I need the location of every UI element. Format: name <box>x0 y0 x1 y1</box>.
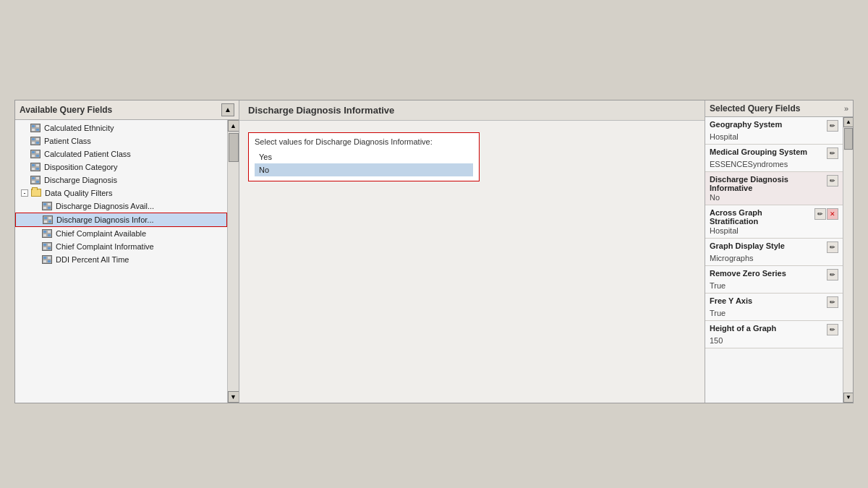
qf-header-free-y-axis: Free Y Axis ✏ <box>710 296 838 308</box>
grid-icon-calculated-ethnicity <box>30 123 41 133</box>
qf-edit-dd-informative[interactable]: ✏ <box>827 175 838 187</box>
tree-item-label-dd-avail: Discharge Diagnosis Avail... <box>56 202 154 210</box>
tree-item-label-calculated-ethnicity: Calculated Ethnicity <box>44 124 114 132</box>
qf-value-geography: Hospital <box>710 132 838 141</box>
right-panel-header: Selected Query Fields » <box>705 100 853 117</box>
grid-icon-dd-infor <box>42 215 54 225</box>
tree-item-data-quality-filters[interactable]: - Data Quality Filters <box>15 187 227 200</box>
qf-value-remove-zero: True <box>710 281 838 290</box>
qf-name-medical: Medical Grouping System <box>710 147 824 156</box>
scrollbar-down-arrow[interactable]: ▼ <box>228 391 239 403</box>
query-field-medical-grouping: Medical Grouping System ✏ ESSENCESyndrom… <box>705 145 843 172</box>
tree-item-label-cc-infor: Chief Complaint Informative <box>56 242 154 251</box>
right-scrollbar-track <box>843 150 853 393</box>
left-panel-scrollbar: ▲ ▼ <box>227 120 239 403</box>
right-panel-title: Selected Query Fields <box>710 103 800 114</box>
qf-name-graph-display: Graph Display Style <box>710 241 824 250</box>
qf-actions-geography: ✏ <box>827 120 838 132</box>
tree-item-dd-avail[interactable]: Discharge Diagnosis Avail... <box>15 200 227 213</box>
scrollbar-up-arrow[interactable]: ▲ <box>228 120 239 132</box>
qf-actions-across-graph: ✏ ✕ <box>814 208 838 220</box>
qf-name-free-y-axis: Free Y Axis <box>710 296 824 305</box>
qf-edit-remove-zero[interactable]: ✏ <box>827 269 838 281</box>
tree-item-label-disposition: Disposition Category <box>44 163 118 171</box>
qf-value-free-y-axis: True <box>710 309 838 317</box>
tree-item-calculated-ethnicity[interactable]: Calculated Ethnicity <box>15 121 227 134</box>
qf-actions-dd-informative: ✏ <box>827 175 838 187</box>
right-panel-collapse-btn[interactable]: » <box>844 104 848 113</box>
right-panel-content: Geography System ✏ Hospital Medical Grou… <box>705 117 853 403</box>
qf-value-graph-display: Micrographs <box>710 254 838 262</box>
qf-edit-height-graph[interactable]: ✏ <box>827 324 838 335</box>
qf-actions-height-graph: ✏ <box>827 324 838 335</box>
scrollbar-thumb[interactable] <box>229 133 239 162</box>
qf-edit-geography[interactable]: ✏ <box>827 120 838 132</box>
expand-data-quality-filters[interactable]: - <box>21 189 28 197</box>
right-scrollbar-down[interactable]: ▼ <box>843 393 853 403</box>
left-panel-body: Calculated Ethnicity Patient Class Calcu… <box>15 120 239 403</box>
qf-name-across-graph: Across Graph Stratification <box>710 208 812 226</box>
main-container: Available Query Fields ▲ Calculated Ethn… <box>14 100 854 403</box>
folder-icon-data-quality <box>30 188 42 198</box>
qf-actions-graph-display: ✏ <box>827 241 838 253</box>
qf-header-across-graph: Across Graph Stratification ✏ ✕ <box>710 208 838 226</box>
qf-actions-remove-zero: ✏ <box>827 269 838 281</box>
grid-icon-ddi-percent <box>41 254 53 265</box>
left-panel-collapse-btn[interactable]: ▲ <box>221 103 234 116</box>
qf-actions-free-y-axis: ✏ <box>827 296 838 308</box>
grid-icon-discharge-diag <box>30 175 41 185</box>
tree-item-cc-avail[interactable]: Chief Complaint Available <box>15 227 227 240</box>
grid-icon-calc-patient-class <box>30 149 41 159</box>
qf-value-across-graph: Hospital <box>710 226 838 235</box>
tree-item-label-cc-avail: Chief Complaint Available <box>56 229 146 238</box>
tree-item-cc-infor[interactable]: Chief Complaint Informative <box>15 240 227 253</box>
left-panel-title: Available Query Fields <box>20 105 112 115</box>
grid-icon-disposition <box>30 162 41 172</box>
tree-item-label-data-quality: Data Quality Filters <box>45 189 113 197</box>
right-scrollbar-thumb[interactable] <box>844 128 853 150</box>
tree-item-patient-class[interactable]: Patient Class <box>15 134 227 147</box>
qf-edit-across-graph[interactable]: ✏ <box>814 208 826 220</box>
select-option-yes[interactable]: Yes <box>255 150 473 163</box>
qf-header-dd-informative: Discharge Diagnosis Informative ✏ <box>710 175 838 192</box>
query-field-across-graph: Across Graph Stratification ✏ ✕ Hospital <box>705 205 843 239</box>
left-panel-header: Available Query Fields ▲ <box>15 100 239 120</box>
qf-name-geography: Geography System <box>710 120 824 129</box>
tree-item-label-dd-infor: Discharge Diagnosis Infor... <box>56 215 154 224</box>
right-panel-scrollbar: ▲ ▼ <box>843 117 853 403</box>
qf-actions-medical: ✏ <box>827 147 838 159</box>
right-panel: Selected Query Fields » Geography System… <box>705 100 853 403</box>
select-option-no[interactable]: No <box>255 163 473 176</box>
query-field-height-graph: Height of a Graph ✏ 150 <box>705 321 843 348</box>
query-field-dd-informative: Discharge Diagnosis Informative ✏ No <box>705 172 843 205</box>
center-header: Discharge Diagnosis Informative <box>239 100 705 121</box>
qf-name-dd-informative: Discharge Diagnosis Informative <box>710 175 824 192</box>
right-scrollbar-up[interactable]: ▲ <box>843 117 853 127</box>
grid-icon-cc-infor <box>41 241 53 252</box>
query-field-graph-display: Graph Display Style ✏ Micrographs <box>705 239 843 266</box>
select-label: Select values for Discharge Diagnosis In… <box>255 137 473 146</box>
qf-edit-graph-display[interactable]: ✏ <box>827 241 838 253</box>
qf-header-graph-display: Graph Display Style ✏ <box>710 241 838 253</box>
right-panel-items: Geography System ✏ Hospital Medical Grou… <box>705 117 843 403</box>
tree-item-label-ddi-percent: DDI Percent All Time <box>56 255 129 264</box>
tree-item-label-patient-class: Patient Class <box>44 137 91 145</box>
query-field-remove-zero: Remove Zero Series ✏ True <box>705 266 843 294</box>
qf-edit-medical[interactable]: ✏ <box>827 147 838 159</box>
center-panel: Discharge Diagnosis Informative Select v… <box>239 100 705 403</box>
qf-name-height-graph: Height of a Graph <box>710 324 824 333</box>
qf-header-geography: Geography System ✏ <box>710 120 838 132</box>
qf-edit-free-y-axis[interactable]: ✏ <box>827 296 838 308</box>
qf-header-height-graph: Height of a Graph ✏ <box>710 324 838 335</box>
tree-item-ddi-percent[interactable]: DDI Percent All Time <box>15 253 227 266</box>
tree-item-dd-infor[interactable]: Discharge Diagnosis Infor... <box>15 213 227 227</box>
tree-item-disposition-category[interactable]: Disposition Category <box>15 160 227 174</box>
qf-value-medical: ESSENCESyndromes <box>710 160 838 168</box>
tree-item-discharge-diagnosis[interactable]: Discharge Diagnosis <box>15 174 227 187</box>
left-panel-items: Calculated Ethnicity Patient Class Calcu… <box>15 120 227 403</box>
tree-item-label-discharge-diag: Discharge Diagnosis <box>44 176 117 184</box>
grid-icon-dd-avail <box>41 201 53 211</box>
left-panel: Available Query Fields ▲ Calculated Ethn… <box>15 100 239 403</box>
tree-item-calculated-patient-class[interactable]: Calculated Patient Class <box>15 147 227 160</box>
qf-delete-across-graph[interactable]: ✕ <box>827 208 838 220</box>
